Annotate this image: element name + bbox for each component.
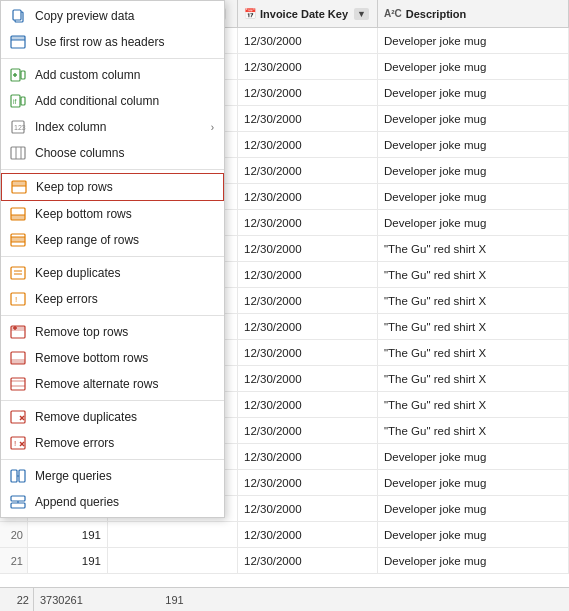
menu-separator <box>1 315 224 316</box>
cell-invoice: 12/30/2000 <box>238 314 378 339</box>
svg-text:!: ! <box>15 295 17 304</box>
cell-invoice: 12/30/2000 <box>238 132 378 157</box>
menu-label-keep-duplicates: Keep duplicates <box>35 266 214 280</box>
svg-rect-50 <box>11 496 25 501</box>
cell-desc: Developer joke mug <box>378 132 569 157</box>
col-description-label: Description <box>406 8 467 20</box>
col-invoice-date-dropdown[interactable]: ▼ <box>354 8 369 20</box>
cell-invoice: 12/30/2000 <box>238 106 378 131</box>
menu-item-remove-alternate-rows[interactable]: Remove alternate rows <box>1 371 224 397</box>
cell-invoice: 12/30/2000 <box>238 392 378 417</box>
footer-row-num: 22 <box>6 588 34 611</box>
menu-item-keep-range-rows[interactable]: Keep range of rows <box>1 227 224 253</box>
menu-label-keep-range-rows: Keep range of rows <box>35 233 214 247</box>
cell-desc: "The Gu" red shirt X <box>378 262 569 287</box>
cell-desc: Developer joke mug <box>378 54 569 79</box>
cell-desc: Developer joke mug <box>378 80 569 105</box>
cell-desc: Developer joke mug <box>378 158 569 183</box>
cell-desc: "The Gu" red shirt X <box>378 418 569 443</box>
svg-rect-51 <box>11 503 25 508</box>
cell-invoice: 12/30/2000 <box>238 210 378 235</box>
menu-label-remove-alternate-rows: Remove alternate rows <box>35 377 214 391</box>
svg-rect-27 <box>11 267 25 279</box>
keep-range-icon <box>9 232 27 248</box>
menu-item-append-queries[interactable]: Append queries <box>1 489 224 515</box>
choose-icon <box>9 145 27 161</box>
menu-item-remove-bottom-rows[interactable]: Remove bottom rows <box>1 345 224 371</box>
cell-sale: 191 <box>28 548 108 573</box>
cell-rownum: 20 <box>0 522 28 547</box>
cell-invoice: 12/30/2000 <box>238 470 378 495</box>
remove-dup-icon <box>9 409 27 425</box>
svg-rect-38 <box>11 378 25 390</box>
menu-item-choose-cols[interactable]: Choose columns <box>1 140 224 166</box>
cell-invoice: 12/30/2000 <box>238 288 378 313</box>
cell-desc: Developer joke mug <box>378 522 569 547</box>
table-row: 20 191 12/30/2000 Developer joke mug <box>0 522 569 548</box>
keep-dup-icon <box>9 265 27 281</box>
menu-label-add-custom-col: Add custom column <box>35 68 214 82</box>
svg-rect-39 <box>11 380 25 382</box>
menu-item-keep-duplicates[interactable]: Keep duplicates <box>1 260 224 286</box>
menu-label-remove-top-rows: Remove top rows <box>35 325 214 339</box>
keep-err-icon: ! <box>9 291 27 307</box>
cell-invoice: 12/30/2000 <box>238 158 378 183</box>
menu-item-index-col[interactable]: 123 Index column › <box>1 114 224 140</box>
cell-invoice: 12/30/2000 <box>238 184 378 209</box>
svg-text:!: ! <box>14 439 16 448</box>
description-type-icon: A²C <box>384 8 402 19</box>
menu-separator <box>1 169 224 170</box>
svg-rect-14 <box>11 147 25 159</box>
menu-label-remove-bottom-rows: Remove bottom rows <box>35 351 214 365</box>
cell-desc: "The Gu" red shirt X <box>378 366 569 391</box>
copy-icon <box>9 8 27 24</box>
menu-item-remove-duplicates[interactable]: Remove duplicates <box>1 404 224 430</box>
table-footer: 22 3730261 191 <box>0 587 569 611</box>
menu-item-use-first-row[interactable]: Use first row as headers <box>1 29 224 55</box>
menu-label-copy-preview: Copy preview data <box>35 9 214 23</box>
cell-invoice: 12/30/2000 <box>238 54 378 79</box>
invoice-date-type-icon: 📅 <box>244 8 256 19</box>
svg-rect-37 <box>11 359 25 364</box>
menu-label-merge-queries: Merge queries <box>35 469 214 483</box>
add-col-icon <box>9 67 27 83</box>
cell-invoice: 12/30/2000 <box>238 548 378 573</box>
remove-alt-icon <box>9 376 27 392</box>
menu-item-copy-preview[interactable]: Copy preview data <box>1 3 224 29</box>
submenu-arrow-index-col: › <box>211 122 214 133</box>
svg-rect-3 <box>11 36 25 40</box>
menu-label-keep-errors: Keep errors <box>35 292 214 306</box>
menu-label-add-conditional-col: Add conditional column <box>35 94 214 108</box>
menu-label-remove-errors: Remove errors <box>35 436 214 450</box>
keep-bottom-icon <box>9 206 27 222</box>
svg-rect-30 <box>11 293 25 305</box>
svg-text:if: if <box>13 98 17 105</box>
menu-label-use-first-row: Use first row as headers <box>35 35 214 49</box>
context-menu: Copy preview data Use first row as heade… <box>0 0 225 518</box>
cell-desc: "The Gu" red shirt X <box>378 392 569 417</box>
menu-item-remove-errors[interactable]: ! Remove errors <box>1 430 224 456</box>
menu-label-keep-top-rows: Keep top rows <box>36 180 213 194</box>
cell-desc: Developer joke mug <box>378 496 569 521</box>
cell-desc: "The Gu" red shirt X <box>378 236 569 261</box>
col-header-invoice-date[interactable]: 📅 Invoice Date Key ▼ <box>238 0 378 27</box>
cell-desc: Developer joke mug <box>378 444 569 469</box>
col-header-description[interactable]: A²C Description <box>378 0 569 27</box>
svg-rect-1 <box>13 10 21 20</box>
menu-item-keep-bottom-rows[interactable]: Keep bottom rows <box>1 201 224 227</box>
cell-desc: "The Gu" red shirt X <box>378 340 569 365</box>
cell-invoice: 12/30/2000 <box>238 262 378 287</box>
menu-item-add-custom-col[interactable]: Add custom column <box>1 62 224 88</box>
remove-err-icon: ! <box>9 435 27 451</box>
cell-invoice: 12/30/2000 <box>238 366 378 391</box>
menu-item-remove-top-rows[interactable]: Remove top rows <box>1 319 224 345</box>
svg-rect-40 <box>11 385 25 387</box>
menu-label-choose-cols: Choose columns <box>35 146 214 160</box>
cell-invoice: 12/30/2000 <box>238 418 378 443</box>
menu-item-merge-queries[interactable]: Merge queries <box>1 463 224 489</box>
cell-desc: Developer joke mug <box>378 184 569 209</box>
menu-item-add-conditional-col[interactable]: if Add conditional column <box>1 88 224 114</box>
menu-separator <box>1 400 224 401</box>
menu-item-keep-errors[interactable]: ! Keep errors <box>1 286 224 312</box>
menu-item-keep-top-rows[interactable]: Keep top rows <box>1 173 224 201</box>
